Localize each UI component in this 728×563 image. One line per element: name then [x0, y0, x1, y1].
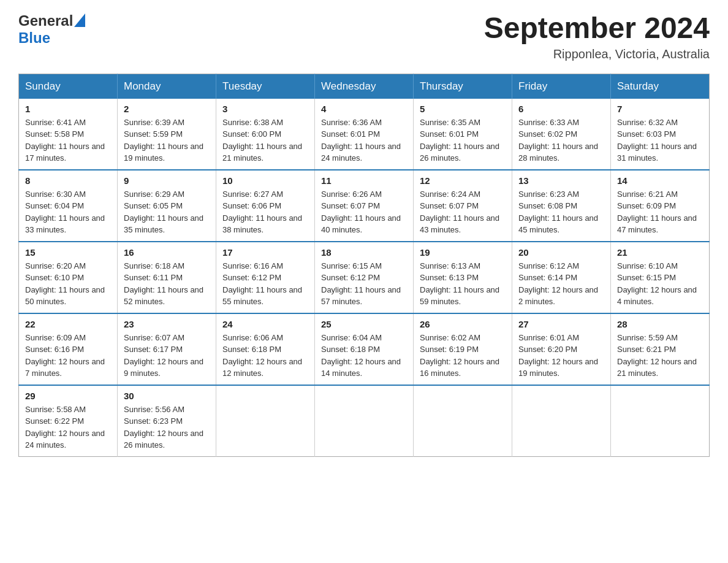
day-info: Sunrise: 6:21 AMSunset: 6:09 PMDaylight:… [617, 188, 703, 236]
day-info: Sunrise: 5:56 AMSunset: 6:23 PMDaylight:… [124, 404, 210, 451]
day-info: Sunrise: 6:23 AMSunset: 6:08 PMDaylight:… [518, 188, 604, 236]
day-number: 17 [222, 247, 308, 258]
calendar-cell: 18Sunrise: 6:15 AMSunset: 6:12 PMDayligh… [315, 242, 414, 313]
day-number: 10 [222, 175, 308, 186]
calendar-cell: 23Sunrise: 6:07 AMSunset: 6:17 PMDayligh… [118, 313, 216, 385]
day-info: Sunrise: 6:01 AMSunset: 6:20 PMDaylight:… [518, 332, 604, 380]
calendar-cell: 22Sunrise: 6:09 AMSunset: 6:16 PMDayligh… [19, 313, 118, 385]
column-header-sunday: Sunday [19, 74, 118, 99]
logo-blue-text: Blue [18, 29, 50, 47]
day-number: 7 [617, 104, 703, 114]
day-number: 2 [124, 104, 210, 114]
calendar-cell: 20Sunrise: 6:12 AMSunset: 6:14 PMDayligh… [512, 242, 611, 313]
day-number: 14 [617, 175, 703, 186]
calendar-week-row: 1Sunrise: 6:41 AMSunset: 5:58 PMDaylight… [19, 99, 710, 170]
calendar-cell: 17Sunrise: 6:16 AMSunset: 6:12 PMDayligh… [216, 242, 315, 313]
day-info: Sunrise: 6:33 AMSunset: 6:02 PMDaylight:… [518, 117, 604, 164]
day-number: 25 [321, 319, 407, 329]
page-header: General Blue September 2024 Ripponlea, V… [18, 12, 710, 61]
day-info: Sunrise: 6:02 AMSunset: 6:19 PMDaylight:… [420, 332, 506, 380]
day-number: 3 [222, 104, 308, 114]
day-number: 12 [420, 175, 506, 186]
calendar-cell: 12Sunrise: 6:24 AMSunset: 6:07 PMDayligh… [414, 170, 512, 242]
day-info: Sunrise: 5:59 AMSunset: 6:21 PMDaylight:… [617, 332, 703, 380]
calendar-week-row: 29Sunrise: 5:58 AMSunset: 6:22 PMDayligh… [19, 385, 710, 457]
calendar-cell: 10Sunrise: 6:27 AMSunset: 6:06 PMDayligh… [216, 170, 315, 242]
calendar-cell: 26Sunrise: 6:02 AMSunset: 6:19 PMDayligh… [414, 313, 512, 385]
column-header-wednesday: Wednesday [315, 74, 414, 99]
day-info: Sunrise: 6:38 AMSunset: 6:00 PMDaylight:… [222, 117, 308, 164]
calendar-cell: 8Sunrise: 6:30 AMSunset: 6:04 PMDaylight… [19, 170, 118, 242]
calendar-week-row: 15Sunrise: 6:20 AMSunset: 6:10 PMDayligh… [19, 242, 710, 313]
calendar-cell: 9Sunrise: 6:29 AMSunset: 6:05 PMDaylight… [118, 170, 216, 242]
day-number: 23 [124, 319, 210, 329]
day-info: Sunrise: 6:06 AMSunset: 6:18 PMDaylight:… [222, 332, 308, 380]
calendar-cell: 15Sunrise: 6:20 AMSunset: 6:10 PMDayligh… [19, 242, 118, 313]
day-info: Sunrise: 6:09 AMSunset: 6:16 PMDaylight:… [25, 332, 111, 380]
day-info: Sunrise: 6:41 AMSunset: 5:58 PMDaylight:… [25, 117, 111, 164]
calendar-header-row: SundayMondayTuesdayWednesdayThursdayFrid… [19, 74, 710, 99]
column-header-thursday: Thursday [414, 74, 512, 99]
calendar-cell: 11Sunrise: 6:26 AMSunset: 6:07 PMDayligh… [315, 170, 414, 242]
calendar-cell [414, 385, 512, 457]
calendar-cell: 5Sunrise: 6:35 AMSunset: 6:01 PMDaylight… [414, 99, 512, 170]
day-number: 15 [25, 247, 111, 258]
day-info: Sunrise: 6:13 AMSunset: 6:13 PMDaylight:… [420, 260, 506, 308]
calendar-cell: 4Sunrise: 6:36 AMSunset: 6:01 PMDaylight… [315, 99, 414, 170]
day-number: 1 [25, 104, 111, 114]
column-header-monday: Monday [118, 74, 216, 99]
calendar-cell: 21Sunrise: 6:10 AMSunset: 6:15 PMDayligh… [611, 242, 710, 313]
calendar-cell: 7Sunrise: 6:32 AMSunset: 6:03 PMDaylight… [611, 99, 710, 170]
day-number: 9 [124, 175, 210, 186]
day-info: Sunrise: 6:10 AMSunset: 6:15 PMDaylight:… [617, 260, 703, 308]
day-info: Sunrise: 6:26 AMSunset: 6:07 PMDaylight:… [321, 188, 407, 236]
calendar-cell: 1Sunrise: 6:41 AMSunset: 5:58 PMDaylight… [19, 99, 118, 170]
calendar-table: SundayMondayTuesdayWednesdayThursdayFrid… [18, 74, 710, 457]
day-number: 11 [321, 175, 407, 186]
column-header-tuesday: Tuesday [216, 74, 315, 99]
day-number: 20 [518, 247, 604, 258]
location-title: Ripponlea, Victoria, Australia [484, 47, 710, 61]
day-number: 27 [518, 319, 604, 329]
calendar-cell: 14Sunrise: 6:21 AMSunset: 6:09 PMDayligh… [611, 170, 710, 242]
logo-general-text: General [18, 12, 73, 29]
logo-arrow-icon [74, 13, 85, 27]
day-info: Sunrise: 6:30 AMSunset: 6:04 PMDaylight:… [25, 188, 111, 236]
day-number: 26 [420, 319, 506, 329]
calendar-cell: 2Sunrise: 6:39 AMSunset: 5:59 PMDaylight… [118, 99, 216, 170]
day-info: Sunrise: 6:18 AMSunset: 6:11 PMDaylight:… [124, 260, 210, 308]
logo: General Blue [18, 12, 85, 47]
day-info: Sunrise: 6:36 AMSunset: 6:01 PMDaylight:… [321, 117, 407, 164]
calendar-week-row: 8Sunrise: 6:30 AMSunset: 6:04 PMDaylight… [19, 170, 710, 242]
calendar-week-row: 22Sunrise: 6:09 AMSunset: 6:16 PMDayligh… [19, 313, 710, 385]
calendar-cell [315, 385, 414, 457]
day-info: Sunrise: 6:39 AMSunset: 5:59 PMDaylight:… [124, 117, 210, 164]
day-info: Sunrise: 6:07 AMSunset: 6:17 PMDaylight:… [124, 332, 210, 380]
day-info: Sunrise: 6:35 AMSunset: 6:01 PMDaylight:… [420, 117, 506, 164]
day-info: Sunrise: 6:16 AMSunset: 6:12 PMDaylight:… [222, 260, 308, 308]
calendar-cell: 6Sunrise: 6:33 AMSunset: 6:02 PMDaylight… [512, 99, 611, 170]
calendar-cell: 25Sunrise: 6:04 AMSunset: 6:18 PMDayligh… [315, 313, 414, 385]
day-info: Sunrise: 6:12 AMSunset: 6:14 PMDaylight:… [518, 260, 604, 308]
day-number: 5 [420, 104, 506, 114]
day-info: Sunrise: 6:15 AMSunset: 6:12 PMDaylight:… [321, 260, 407, 308]
calendar-cell: 3Sunrise: 6:38 AMSunset: 6:00 PMDaylight… [216, 99, 315, 170]
day-info: Sunrise: 6:20 AMSunset: 6:10 PMDaylight:… [25, 260, 111, 308]
title-area: September 2024 Ripponlea, Victoria, Aust… [484, 12, 710, 61]
day-number: 19 [420, 247, 506, 258]
day-number: 22 [25, 319, 111, 329]
calendar-cell: 29Sunrise: 5:58 AMSunset: 6:22 PMDayligh… [19, 385, 118, 457]
day-number: 8 [25, 175, 111, 186]
day-info: Sunrise: 5:58 AMSunset: 6:22 PMDaylight:… [25, 404, 111, 451]
calendar-cell: 19Sunrise: 6:13 AMSunset: 6:13 PMDayligh… [414, 242, 512, 313]
day-info: Sunrise: 6:24 AMSunset: 6:07 PMDaylight:… [420, 188, 506, 236]
day-number: 4 [321, 104, 407, 114]
day-number: 30 [124, 391, 210, 401]
day-number: 28 [617, 319, 703, 329]
calendar-cell [216, 385, 315, 457]
day-number: 24 [222, 319, 308, 329]
column-header-friday: Friday [512, 74, 611, 99]
calendar-cell [512, 385, 611, 457]
day-info: Sunrise: 6:27 AMSunset: 6:06 PMDaylight:… [222, 188, 308, 236]
day-info: Sunrise: 6:04 AMSunset: 6:18 PMDaylight:… [321, 332, 407, 380]
